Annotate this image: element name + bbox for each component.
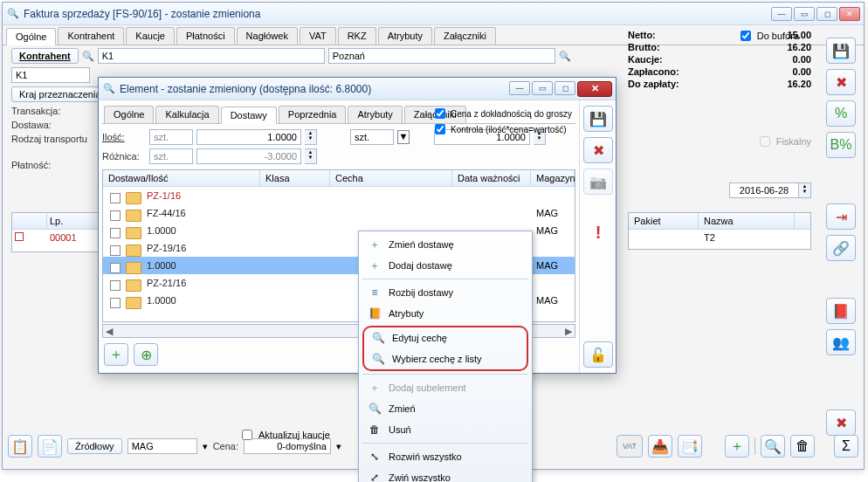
bottom-trash[interactable]: 🗑	[790, 435, 815, 458]
menu-dodaj-dostawe[interactable]: ＋ Dodaj dostawę	[361, 255, 530, 276]
aktualizuj-check[interactable]: Aktualizuj kaucje	[238, 427, 330, 443]
dialog-checks: Cena z dokładnością do groszy Kontrola (…	[431, 106, 572, 137]
tab-rkz[interactable]: RKZ	[338, 27, 376, 45]
warning-icon: !	[596, 223, 602, 243]
tab-vat[interactable]: VAT	[300, 27, 336, 45]
bottom-add[interactable]: ＋	[725, 435, 749, 458]
rodzaj-label: Rodzaj transportu	[11, 134, 87, 144]
kraj-button[interactable]: Kraj przeznaczenia	[11, 86, 109, 102]
menu-rozwin[interactable]: ⤡ Rozwiń wszystko	[361, 446, 530, 467]
dlg-delete[interactable]: ✖	[583, 137, 613, 163]
chk-cena[interactable]: Cena z dokładnością do groszy	[431, 106, 572, 121]
tab-kontrahent[interactable]: Kontrahent	[58, 27, 124, 45]
dtab-atrybuty[interactable]: Atrybuty	[348, 106, 402, 123]
date-spinner[interactable]: ▲▼	[799, 182, 811, 198]
dialog-minimize[interactable]: —	[509, 81, 530, 95]
kontrahent-button[interactable]: Kontrahent	[11, 48, 79, 64]
bottom-icon-1[interactable]: 📋	[8, 435, 32, 458]
roznica-label: Różnica:	[102, 151, 146, 162]
floppy-icon: 💾	[589, 111, 607, 127]
vat-button[interactable]: VAT	[617, 435, 643, 458]
menu-zmien-dostawe[interactable]: ＋ Zmień dostawę	[361, 234, 530, 255]
roznica-spinner: ▲▼	[305, 148, 317, 164]
tree-row[interactable]: FZ-44/16MAG	[103, 204, 575, 222]
ilosc-spinner[interactable]: ▲▼	[305, 129, 317, 145]
dialog-side-toolbar: 💾 ✖ 📷 ! 🔓	[579, 100, 617, 373]
tab-zalaczniki[interactable]: Załączniki	[434, 27, 496, 45]
dtab-dostawy[interactable]: Dostawy	[221, 107, 277, 124]
book-button[interactable]: 📕	[826, 298, 856, 324]
bottom-search[interactable]: 🔍	[761, 435, 785, 458]
kontrahent-city-input[interactable]	[328, 48, 555, 64]
unit-dropdown-icon[interactable]: ▼	[397, 130, 410, 144]
dlg-snapshot: 📷	[583, 169, 613, 195]
kontrahent-code2-input[interactable]	[11, 67, 90, 83]
bottom-icon-4[interactable]: 📑	[678, 435, 702, 458]
bottom-icon-3[interactable]: 📥	[648, 435, 672, 458]
menu-zmien[interactable]: 🔍 Zmień	[361, 398, 530, 419]
trash-icon: 🗑	[368, 423, 382, 437]
minimize-button[interactable]: —	[771, 7, 792, 21]
bottom-sum[interactable]: Σ	[834, 435, 858, 458]
ilosc-value[interactable]	[196, 129, 301, 145]
dialog-icon: 🔍	[102, 82, 116, 96]
link-button[interactable]: 🔗	[826, 235, 856, 261]
delete-button[interactable]: ✖	[826, 69, 856, 95]
tab-platnosci[interactable]: Płatności	[176, 27, 235, 45]
maximize-button[interactable]: ◻	[816, 7, 837, 21]
dialog-close[interactable]: ✕	[577, 81, 612, 97]
dtab-ogolne[interactable]: Ogólne	[104, 106, 154, 123]
export-button[interactable]: ⇥	[826, 203, 856, 230]
menu-rozbij[interactable]: ≡ Rozbij dostawy	[361, 282, 530, 303]
fiskalny-check[interactable]: Fiskalny	[756, 134, 811, 149]
dlg-lock[interactable]: 🔓	[583, 341, 613, 368]
date-input[interactable]	[729, 182, 799, 198]
dialog-maximize[interactable]: ◻	[555, 81, 575, 95]
dlg-save[interactable]: 💾	[583, 106, 613, 132]
app-icon: 🔍	[6, 7, 20, 21]
totals-panel: Netto:15.00 Brutto:16.20 Kaucje:0.00 Zap…	[628, 29, 811, 90]
menu-wybierz-ceche[interactable]: 🔍 Wybierz cechę z listy	[364, 348, 527, 369]
people-button[interactable]: 👥	[826, 329, 856, 355]
dialog-title: Element - zostanie zmieniony (dostępna i…	[120, 83, 509, 95]
restore-button[interactable]: ▭	[794, 7, 815, 21]
tab-naglowek[interactable]: Nagłówek	[237, 27, 298, 45]
x-icon: ✖	[836, 74, 847, 91]
tree-row[interactable]: PZ-1/16	[103, 187, 575, 204]
zrodlowy-button[interactable]: Źródłowy	[67, 438, 122, 454]
kontrahent-code-input[interactable]	[98, 48, 325, 64]
ilosc-label: Ilość:	[102, 132, 146, 142]
tab-kaucje[interactable]: Kaucje	[126, 27, 175, 45]
percent-button[interactable]: %	[826, 100, 856, 127]
dialog-restore[interactable]: ▭	[532, 81, 553, 95]
tree-add[interactable]: ＋	[104, 343, 128, 366]
dostawa-label: Dostawa:	[11, 120, 52, 130]
menu-zwin[interactable]: ⤢ Zwiń wszystko	[361, 467, 530, 482]
bottom-icon-2[interactable]: 📄	[38, 435, 62, 458]
tab-atrybuty[interactable]: Atrybuty	[378, 27, 432, 45]
element-dialog: 🔍 Element - zostanie zmieniony (dostępna…	[98, 77, 617, 374]
extra-unit[interactable]	[350, 129, 394, 145]
roznica-unit	[149, 148, 193, 164]
close-button[interactable]: ✕	[839, 7, 860, 21]
ilosc-unit[interactable]	[149, 129, 193, 145]
save-button[interactable]: 💾	[826, 38, 856, 64]
menu-usun[interactable]: 🗑 Usuń	[361, 419, 530, 440]
menu-edytuj-ceche[interactable]: 🔍 Edytuj cechę	[364, 327, 527, 348]
magnifier-icon: 🔍	[371, 331, 385, 345]
tab-ogolne[interactable]: Ogólne	[6, 28, 56, 45]
bx-button[interactable]: B%	[826, 132, 856, 158]
dtab-kalkulacja[interactable]: Kalkulacja	[155, 106, 218, 123]
dtab-poprzednia[interactable]: Poprzednia	[279, 106, 347, 123]
menu-atrybuty[interactable]: 📙 Atrybuty	[361, 303, 530, 324]
people-icon: 👥	[832, 334, 850, 351]
magnifier-icon: 🔍	[371, 352, 385, 366]
mag-input[interactable]	[127, 438, 197, 454]
split-icon: ≡	[368, 286, 382, 300]
plus-green-icon: ＋	[368, 238, 382, 251]
chk-kontrola[interactable]: Kontrola (ilość*cena=wartość)	[431, 121, 572, 137]
main-titlebar: 🔍 Faktura sprzedaży [FS-90/16] - zostani…	[3, 3, 864, 25]
x-icon: ✖	[593, 142, 604, 159]
tree-add-link[interactable]: ⊕	[134, 343, 158, 366]
roznica-value	[196, 148, 301, 164]
